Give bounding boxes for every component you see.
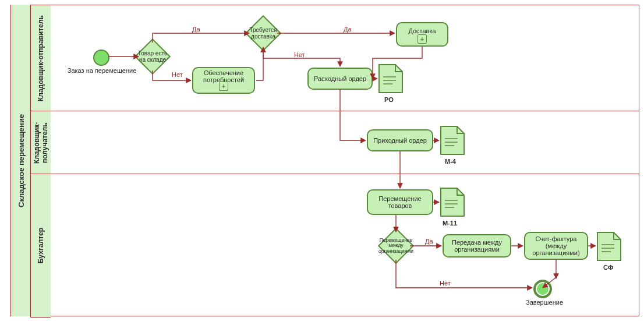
end-event bbox=[533, 280, 552, 298]
document-m11-label: М-11 bbox=[443, 220, 457, 227]
document-ro-label: РО bbox=[384, 96, 394, 103]
lane-title-accountant: Бухгалтер bbox=[30, 174, 51, 318]
start-event-label: Заказ на перемещение bbox=[64, 67, 140, 74]
gateway-delivery: Требуется доставка bbox=[250, 20, 276, 46]
gateway-interorg: Перемещение между организациями bbox=[383, 233, 409, 259]
task-expense-order: Расходный ордер bbox=[307, 68, 373, 90]
bpmn-pool: Складское перемещение Кладовщик-отправит… bbox=[0, 0, 644, 321]
document-m11 bbox=[440, 188, 465, 217]
edge-label-yes: Да bbox=[344, 26, 352, 33]
task-receipt-order-label: Приходный ордер bbox=[373, 137, 427, 144]
lane-title-sender: Кладовщик-отправитель bbox=[30, 5, 51, 112]
task-procurement: Обеспечение потребностей + bbox=[192, 67, 255, 94]
edge-label-no: Нет bbox=[294, 51, 305, 58]
edge-label-yes: Да bbox=[192, 26, 200, 33]
subprocess-marker-icon: + bbox=[417, 34, 427, 44]
gateway-delivery-label: Требуется доставка bbox=[247, 17, 279, 50]
edge-label-yes: Да bbox=[425, 238, 433, 245]
document-sf bbox=[597, 232, 621, 261]
task-goods-move-label: Перемещение товаров bbox=[371, 195, 429, 209]
subprocess-marker-icon: + bbox=[219, 82, 228, 91]
lane-separator bbox=[50, 174, 639, 174]
task-delivery-label: Доставка bbox=[408, 27, 436, 34]
gateway-interorg-label: Перемещение между организациями bbox=[380, 230, 412, 262]
task-invoice-label: Счет-фактура (между организациями) bbox=[529, 235, 583, 256]
end-event-label: Завершение bbox=[521, 299, 568, 306]
gateway-stock: Товар есть на складе bbox=[140, 44, 165, 69]
task-goods-move: Перемещение товаров bbox=[367, 189, 433, 215]
task-invoice: Счет-фактура (между организациями) bbox=[524, 232, 588, 260]
edge-label-no: Нет bbox=[172, 71, 183, 78]
document-ro bbox=[378, 64, 403, 93]
task-interorg-transfer: Передача между организациями bbox=[443, 234, 511, 257]
document-m4-label: М-4 bbox=[445, 158, 456, 165]
pool-title: Складское перемещение bbox=[10, 5, 31, 316]
task-delivery: Доставка + bbox=[396, 22, 448, 47]
task-receipt-order: Приходный ордер bbox=[367, 129, 433, 151]
start-event bbox=[93, 50, 109, 66]
document-sf-label: СФ bbox=[603, 264, 613, 271]
lane-separator bbox=[50, 111, 639, 111]
document-m4 bbox=[440, 126, 465, 155]
edge-label-no: Нет bbox=[440, 280, 451, 287]
lane-title-receiver: Кладовщик-получатель bbox=[30, 111, 51, 175]
gateway-stock-label: Товар есть на складе bbox=[136, 40, 169, 73]
task-expense-order-label: Расходный ордер bbox=[314, 75, 366, 82]
task-interorg-transfer-label: Передача между организациями bbox=[447, 239, 507, 253]
